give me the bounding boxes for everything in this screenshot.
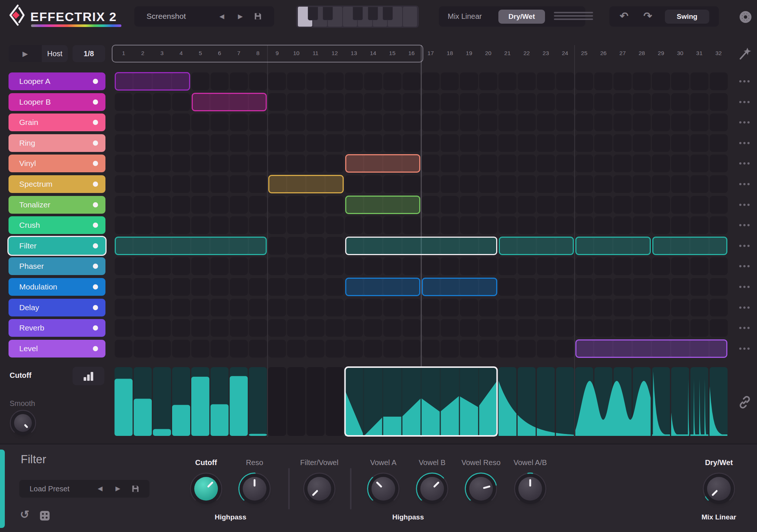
grid-cell[interactable] bbox=[191, 340, 209, 358]
grid-cell[interactable] bbox=[153, 340, 171, 358]
grid-cell[interactable] bbox=[326, 196, 344, 214]
grid-cell[interactable] bbox=[268, 340, 286, 358]
pattern-block-filter[interactable] bbox=[652, 237, 728, 255]
grid-cell[interactable] bbox=[364, 340, 382, 358]
settings-gear-icon[interactable] bbox=[738, 10, 753, 24]
grid-cell[interactable] bbox=[710, 196, 728, 214]
grid-cell[interactable] bbox=[172, 216, 190, 234]
track-enable-dot[interactable] bbox=[93, 305, 98, 310]
grid-cell[interactable] bbox=[441, 216, 459, 234]
grid-cell[interactable] bbox=[613, 155, 632, 172]
grid-cell[interactable] bbox=[115, 113, 133, 131]
grid-cell[interactable] bbox=[230, 196, 248, 214]
grid-cell[interactable] bbox=[403, 216, 421, 234]
grid-cell[interactable] bbox=[518, 72, 536, 90]
grid-cell[interactable] bbox=[594, 72, 612, 90]
grid-cell[interactable] bbox=[422, 299, 440, 316]
grid-cell[interactable] bbox=[115, 278, 133, 296]
grid-cell[interactable] bbox=[518, 155, 536, 172]
grid-cell[interactable] bbox=[364, 319, 382, 337]
grid-cell[interactable] bbox=[211, 72, 229, 90]
grid-cell[interactable] bbox=[690, 319, 709, 337]
grid-cell[interactable] bbox=[594, 113, 612, 131]
grid-cell[interactable] bbox=[345, 113, 363, 131]
grid-cell[interactable] bbox=[710, 216, 728, 234]
grid-cell[interactable] bbox=[422, 216, 440, 234]
preset-prev-button[interactable]: ◀ bbox=[219, 13, 224, 20]
grid-cell[interactable] bbox=[671, 257, 689, 275]
grid-cell[interactable] bbox=[594, 196, 612, 214]
track-menu-dots[interactable] bbox=[739, 204, 750, 206]
grid-cell[interactable] bbox=[479, 196, 497, 214]
grid-cell[interactable] bbox=[153, 319, 171, 337]
grid-cell[interactable] bbox=[594, 175, 612, 193]
grid-cell[interactable] bbox=[575, 196, 593, 214]
mix-fader[interactable] bbox=[554, 11, 593, 22]
grid-cell[interactable] bbox=[575, 134, 593, 152]
grid-cell[interactable] bbox=[345, 319, 363, 337]
grid-cell[interactable] bbox=[230, 72, 248, 90]
grid-cell[interactable] bbox=[403, 72, 421, 90]
grid-cell[interactable] bbox=[383, 134, 401, 152]
pattern-block-level[interactable] bbox=[575, 339, 727, 358]
grid-cell[interactable] bbox=[594, 319, 612, 337]
grid-cell[interactable] bbox=[710, 72, 728, 90]
grid-cell[interactable] bbox=[115, 216, 133, 234]
preset-name[interactable]: Screenshot bbox=[147, 12, 186, 21]
grid-cell[interactable] bbox=[690, 278, 709, 296]
grid-cell[interactable] bbox=[287, 72, 305, 90]
grid-cell[interactable] bbox=[249, 196, 267, 214]
grid-cell[interactable] bbox=[518, 319, 536, 337]
grid-cell[interactable] bbox=[422, 134, 440, 152]
grid-cell[interactable] bbox=[230, 134, 248, 152]
grid-cell[interactable] bbox=[383, 216, 401, 234]
track-enable-dot[interactable] bbox=[93, 264, 98, 269]
grid-cell[interactable] bbox=[441, 196, 459, 214]
grid-cell[interactable] bbox=[383, 319, 401, 337]
track-menu-dots[interactable] bbox=[739, 327, 750, 329]
grid-cell[interactable] bbox=[268, 134, 286, 152]
grid-cell[interactable] bbox=[537, 257, 555, 275]
swing-button[interactable]: Swing bbox=[665, 10, 709, 24]
grid-cell[interactable] bbox=[575, 299, 593, 316]
grid-cell[interactable] bbox=[230, 299, 248, 316]
grid-cell[interactable] bbox=[671, 319, 689, 337]
grid-cell[interactable] bbox=[479, 257, 497, 275]
grid-cell[interactable] bbox=[134, 278, 152, 296]
track-chip-ring[interactable]: Ring bbox=[9, 134, 105, 152]
grid-cell[interactable] bbox=[556, 216, 574, 234]
grid-cell[interactable] bbox=[287, 237, 305, 255]
grid-cell[interactable] bbox=[556, 299, 574, 316]
grid-cell[interactable] bbox=[191, 319, 209, 337]
grid-cell[interactable] bbox=[710, 175, 728, 193]
pattern-black-key[interactable] bbox=[308, 7, 318, 20]
grid-cell[interactable] bbox=[556, 319, 574, 337]
grid-cell[interactable] bbox=[594, 155, 612, 172]
grid-cell[interactable] bbox=[460, 93, 478, 111]
pattern-black-key[interactable] bbox=[368, 7, 378, 20]
track-enable-dot[interactable] bbox=[93, 325, 98, 331]
grid-cell[interactable] bbox=[134, 299, 152, 316]
grid-cell[interactable] bbox=[460, 340, 478, 358]
grid-cell[interactable] bbox=[287, 257, 305, 275]
track-enable-dot[interactable] bbox=[93, 79, 98, 84]
grid-cell[interactable] bbox=[460, 113, 478, 131]
grid-cell[interactable] bbox=[652, 175, 670, 193]
grid-cell[interactable] bbox=[422, 93, 440, 111]
track-menu-dots[interactable] bbox=[739, 101, 750, 103]
grid-cell[interactable] bbox=[518, 93, 536, 111]
grid-cell[interactable] bbox=[633, 113, 651, 131]
grid-cell[interactable] bbox=[460, 72, 478, 90]
grid-cell[interactable] bbox=[345, 134, 363, 152]
grid-cell[interactable] bbox=[230, 113, 248, 131]
knob-dry-wet[interactable] bbox=[699, 468, 739, 509]
grid-cell[interactable] bbox=[287, 93, 305, 111]
track-chip-delay[interactable]: Delay bbox=[9, 299, 105, 316]
grid-cell[interactable] bbox=[537, 299, 555, 316]
grid-cell[interactable] bbox=[383, 340, 401, 358]
grid-cell[interactable] bbox=[345, 72, 363, 90]
grid-cell[interactable] bbox=[249, 319, 267, 337]
grid-cell[interactable] bbox=[498, 257, 517, 275]
host-button[interactable]: Host bbox=[42, 45, 68, 62]
grid-cell[interactable] bbox=[613, 72, 632, 90]
